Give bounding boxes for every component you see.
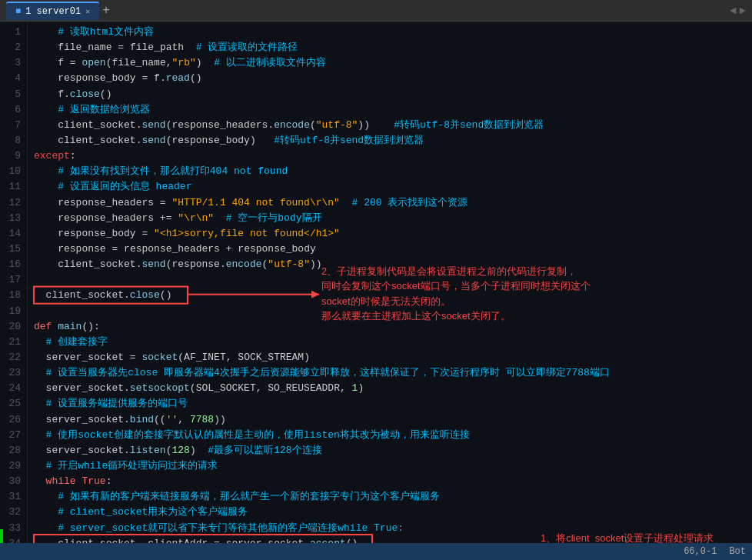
sidebar-indicator [0,529,3,543]
tab-label: 1 server01 [25,6,81,17]
arrow-left-icon[interactable]: ◄ [730,5,736,17]
code-line: # server_socket就可以省下来专门等待其他新的客户端连接while … [34,521,746,536]
code-line: server_socket = socket(AF_INET, SOCK_STR… [34,350,746,365]
line-number: 29 [6,458,21,474]
line-number: 10 [6,164,21,179]
line-number: 26 [6,412,21,428]
code-line: # client_socket用来为这个客户端服务 [34,505,746,520]
line-number: 23 [6,365,21,381]
code-line: # 返回数据给浏览器 [34,102,746,118]
line-number: 9 [6,148,21,164]
line-number: 28 [6,443,21,458]
line-number: 32 [6,505,21,520]
code-line: client_socket.send(response.encode("utf-… [34,257,746,272]
line-number: 17 [6,272,21,288]
new-tab-button[interactable]: + [102,4,110,18]
line-number: 2 [6,40,21,55]
code-line: response = response_headers + response_b… [34,242,746,257]
code-line: server_socket.bind(('', 7788)) [34,412,746,428]
code-line: client_socket.close() [34,288,746,303]
code-line: # 使用socket创建的套接字默认认的属性是主动的，使用listen将其改为被… [34,428,746,443]
encoding-label: Bot [729,546,746,557]
code-line: # 如果有新的客户端来链接服务端，那么就产生一个新的套接字专门为这个客户端服务 [34,489,746,505]
code-line: response_headers += "\r\n" # 空一行与body隔开 [34,211,746,226]
editor-area: 1234567891011121314151617181920212223242… [0,22,752,543]
line-number: 16 [6,257,21,272]
code-line: # 如果没有找到文件，那么就打印404 not found [34,164,746,179]
line-number: 6 [6,102,21,118]
code-line: client_socket, clientAddr = server_socke… [34,536,746,543]
code-line: server_socket.setsockopt(SOL_SOCKET, SO_… [34,381,746,396]
status-bar: 66,0-1 Bot [0,543,752,560]
code-line: response_body = f.read() [34,71,746,86]
line-number: 33 [6,521,21,536]
arrow-right-icon[interactable]: ► [740,5,746,17]
title-bar: ■ 1 server01 ✕ + ◄ ► [0,0,752,22]
line-number: 31 [6,489,21,505]
active-tab[interactable]: ■ 1 server01 ✕ [6,2,99,20]
code-line: # 设置当服务器先close 即服务器端4次握手之后资源能够立即释放，这样就保证… [34,365,746,381]
line-number: 22 [6,350,21,365]
line-numbers: 1234567891011121314151617181920212223242… [0,22,28,543]
code-line: f.close() [34,87,746,102]
code-line: def main(): [34,319,746,335]
line-number: 13 [6,211,21,226]
tab-close-icon[interactable]: ✕ [85,7,90,16]
code-line: client_socket.send(response_body) #转码utf… [34,133,746,148]
line-number: 14 [6,226,21,242]
nav-arrows: ◄ ► [730,5,746,17]
tab-icon: ■ [15,6,21,17]
code-line [34,304,746,319]
code-line: response_headers = "HTTP/1.1 404 not fou… [34,195,746,211]
code-line: file_name = file_path # 设置读取的文件路径 [34,40,746,55]
line-number: 8 [6,133,21,148]
line-number: 4 [6,71,21,86]
line-number: 11 [6,179,21,195]
code-line: # 创建套接字 [34,335,746,350]
line-number: 7 [6,118,21,133]
code-content[interactable]: # 读取html文件内容 file_name = file_path # 设置读… [28,22,752,543]
cursor-position: 66,0-1 [684,546,717,557]
code-line: # 开启while循环处理访问过来的请求 [34,458,746,474]
code-line: # 设置服务端提供服务的端口号 [34,396,746,412]
line-number: 24 [6,381,21,396]
code-line: f = open(file_name,"rb") # 以二进制读取文件内容 [34,55,746,71]
line-number: 25 [6,396,21,412]
code-line: except: [34,148,746,164]
code-line [34,272,746,288]
code-line: client_socket.send(response_headers.enco… [34,118,746,133]
code-line: # 设置返回的头信息 header [34,179,746,195]
code-line: server_socket.listen(128) #最多可以监听128个连接 [34,443,746,458]
line-number: 21 [6,335,21,350]
line-number: 30 [6,474,21,489]
line-number: 12 [6,195,21,211]
line-number: 1 [6,25,21,40]
line-number: 5 [6,87,21,102]
line-number: 15 [6,242,21,257]
line-number: 18 [6,288,21,303]
code-line: response_body = "<h1>sorry,file not foun… [34,226,746,242]
code-line: while True: [34,474,746,489]
code-line: # 读取html文件内容 [34,25,746,40]
line-number: 19 [6,304,21,319]
line-number: 3 [6,55,21,71]
line-number: 27 [6,428,21,443]
line-number: 20 [6,319,21,335]
